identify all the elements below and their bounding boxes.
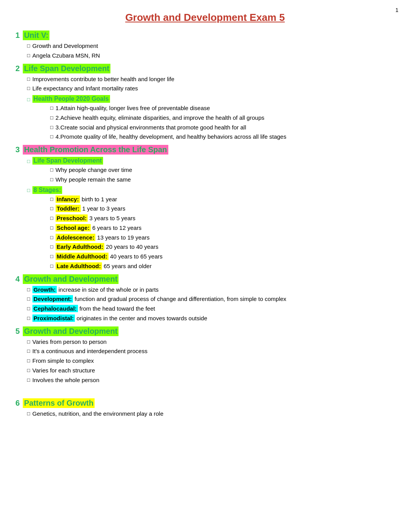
term-desc: originates in the center and moves towar… bbox=[75, 315, 207, 321]
bullet-icon: □ bbox=[27, 42, 30, 50]
section-5-heading: 5 Growth and Development bbox=[15, 326, 395, 336]
bullet-icon: □ bbox=[27, 348, 30, 355]
subsection-health-2020-heading: □ Health People 2020 Goals bbox=[27, 95, 395, 103]
stage-early-adulthood: □ Early Adulthood: 20 years to 40 years bbox=[50, 243, 395, 251]
item-text: Improvements contribute to better health… bbox=[32, 75, 175, 83]
list-item: □ Growth and Development bbox=[27, 42, 395, 50]
item-text: Angela Czubara MSN, RN bbox=[32, 51, 100, 60]
bullet-icon: □ bbox=[50, 124, 53, 131]
bullet-icon: □ bbox=[27, 410, 30, 418]
stage-desc: 6 years to 12 years bbox=[91, 224, 142, 231]
stage-term: Adolescence: bbox=[56, 234, 96, 241]
bullet-icon: □ bbox=[27, 286, 30, 294]
bullet-icon: □ bbox=[27, 338, 30, 346]
section-4-heading: 4 Growth and Development bbox=[15, 274, 395, 284]
section-5-number: 5 bbox=[15, 327, 20, 336]
list-item: □ Varies for each structure bbox=[27, 366, 395, 375]
section-3-heading: 3 Health Promotion Across the Life Span bbox=[15, 145, 395, 155]
section-5-label: Growth and Development bbox=[23, 326, 119, 336]
stage-desc: birth to 1 year bbox=[80, 196, 117, 202]
subsection-label: Health People 2020 Goals bbox=[32, 95, 110, 103]
section-1-heading: 1 Unit V: bbox=[15, 31, 395, 40]
term-development: □ Development: function and gradual proc… bbox=[27, 295, 395, 303]
section-1-label: Unit V: bbox=[23, 31, 49, 40]
term-cephalocaudal: □ Cephalocaudal: from the head toward th… bbox=[27, 304, 395, 313]
bullet-icon: □ bbox=[50, 224, 53, 232]
item-text: 1.Attain high-quality, longer lives free… bbox=[56, 104, 210, 112]
section-6-number: 6 bbox=[15, 399, 20, 408]
term-label: Cephalocaudal: bbox=[32, 305, 78, 312]
stage-term: Preschool: bbox=[56, 214, 88, 222]
bullet-icon: □ bbox=[27, 76, 30, 83]
section-3-label: Health Promotion Across the Life Span bbox=[23, 145, 168, 155]
section-4-number: 4 bbox=[15, 275, 20, 284]
stage-desc: 1 year to 3 years bbox=[81, 205, 125, 212]
bullet-icon: □ bbox=[27, 158, 30, 164]
page-number: 1 bbox=[395, 7, 398, 13]
list-item: □ It's a continuous and interdependent p… bbox=[27, 347, 395, 355]
list-item: □ Angela Czubara MSN, RN bbox=[27, 51, 395, 60]
bullet-icon: □ bbox=[50, 105, 53, 112]
term-label: Growth: bbox=[32, 286, 57, 293]
bullet-icon: □ bbox=[27, 367, 30, 374]
section-2-number: 2 bbox=[15, 64, 20, 73]
item-text: 2.Achieve health equity, eliminate dispa… bbox=[56, 114, 264, 122]
list-item: □ Varies from person to person bbox=[27, 338, 395, 346]
stage-desc: 13 years to 19 years bbox=[95, 234, 149, 241]
item-text: Involves the whole person bbox=[32, 376, 99, 384]
stage-school-age: □ School age: 6 years to 12 years bbox=[50, 224, 395, 232]
section-3-number: 3 bbox=[15, 145, 20, 154]
bullet-icon: □ bbox=[27, 52, 30, 59]
item-text: Genetics, nutrition, and the environment… bbox=[32, 410, 163, 418]
stage-desc: 20 years to 40 years bbox=[104, 243, 158, 250]
stage-desc: 3 years to 5 years bbox=[88, 215, 135, 221]
term-proximodistal: □ Proximodistal: originates in the cente… bbox=[27, 314, 395, 323]
stage-term: Toddler: bbox=[56, 205, 81, 212]
bullet-icon: □ bbox=[50, 263, 53, 270]
list-item: □ 3.Create social and physical environme… bbox=[50, 123, 395, 132]
item-text: Why people remain the same bbox=[56, 175, 131, 184]
bullet-icon: □ bbox=[27, 305, 30, 313]
bullet-icon: □ bbox=[27, 377, 30, 384]
term-desc: increase in size of the whole or in part… bbox=[57, 286, 158, 293]
subsection-health-2020: □ Health People 2020 Goals □ 1.Attain hi… bbox=[27, 95, 395, 141]
list-item: □ Improvements contribute to better heal… bbox=[27, 75, 395, 83]
bullet-icon: □ bbox=[50, 176, 53, 184]
subsection-label: Life Span Development bbox=[32, 157, 103, 165]
item-text: Life expectancy and Infant mortality rat… bbox=[32, 84, 138, 93]
section-6-label: Patterns of Growth bbox=[23, 398, 95, 408]
bullet-icon: □ bbox=[27, 187, 30, 193]
list-item: □ 2.Achieve health equity, eliminate dis… bbox=[50, 114, 395, 122]
bullet-icon: □ bbox=[50, 133, 53, 141]
stage-infancy: □ Infancy: birth to 1 year bbox=[50, 195, 395, 204]
term-growth: □ Growth: increase in size of the whole … bbox=[27, 286, 395, 294]
section-6-heading: 6 Patterns of Growth bbox=[15, 398, 395, 408]
stage-desc: 40 years to 65 years bbox=[108, 253, 163, 260]
bullet-icon: □ bbox=[50, 234, 53, 241]
bullet-icon: □ bbox=[50, 196, 53, 203]
subsection-lifespan-heading: □ Life Span Development bbox=[27, 157, 395, 165]
item-text: Why people change over time bbox=[56, 166, 132, 174]
item-text: 3.Create social and physical environment… bbox=[56, 123, 246, 132]
bullet-icon: □ bbox=[50, 243, 53, 251]
bullet-icon: □ bbox=[27, 85, 30, 92]
stage-toddler: □ Toddler: 1 year to 3 years bbox=[50, 204, 395, 213]
term-label: Proximodistal: bbox=[32, 314, 75, 322]
stage-term: Early Adulthood: bbox=[56, 243, 104, 250]
section-2-label: Life Span Development bbox=[23, 64, 110, 73]
list-item: □ From simple to complex bbox=[27, 357, 395, 365]
bullet-icon: □ bbox=[50, 205, 53, 212]
list-item: □ 4.Promote quality of life, healthy dev… bbox=[50, 133, 395, 141]
stage-term: School age: bbox=[56, 224, 91, 231]
stage-desc: 65 years and older bbox=[102, 263, 151, 269]
list-item: □ Why people change over time bbox=[50, 166, 395, 174]
subsection-label: 8 Stages: bbox=[32, 186, 62, 194]
bullet-icon: □ bbox=[27, 97, 30, 102]
stage-middle-adulthood: □ Middle Adulthood: 40 years to 65 years bbox=[50, 252, 395, 261]
item-text: It's a continuous and interdependent pro… bbox=[32, 347, 147, 355]
stage-preschool: □ Preschool: 3 years to 5 years bbox=[50, 214, 395, 223]
subsection-8stages: □ 8 Stages: □ Infancy: birth to 1 year □… bbox=[27, 186, 395, 270]
bullet-icon: □ bbox=[50, 167, 53, 174]
stage-term: Infancy: bbox=[56, 195, 80, 203]
item-text: Varies for each structure bbox=[32, 366, 95, 375]
